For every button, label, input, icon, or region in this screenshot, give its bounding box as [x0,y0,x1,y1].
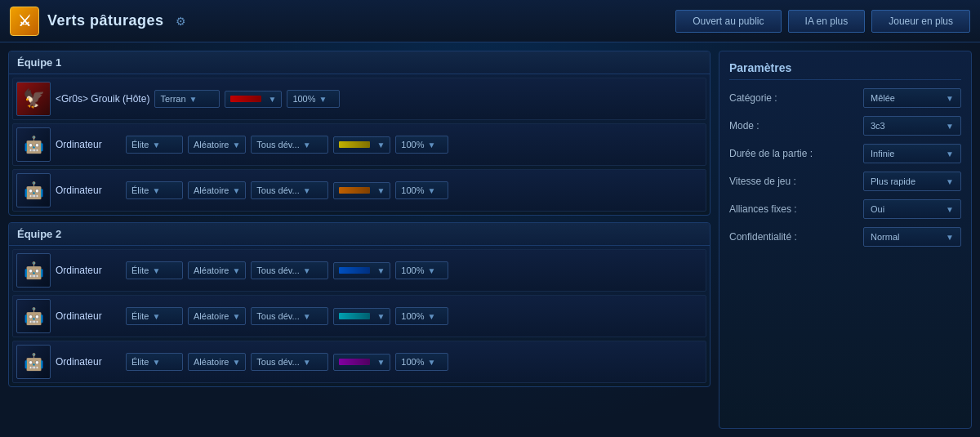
diff-dropdown-4[interactable]: Élite ▼ [126,307,183,325]
dev-dropdown-2[interactable]: Tous dév... ▼ [251,181,328,199]
team2-label: Équipe 2 [17,228,61,240]
table-row: Ordinateur Élite ▼ Aléatoire ▼ Tous dév.… [12,123,706,166]
color-dropdown-3[interactable]: ▼ [333,262,390,279]
player-name: Ordinateur [56,356,121,368]
param-row-mode: Mode : 3c3 ▼ [729,116,961,136]
team1-players: <Gr0s> Grouik (Hôte) Terran ▼ ▼ 100% ▼ [9,74,710,215]
color-bar-red [230,96,261,102]
param-dropdown-duree[interactable]: Infinie ▼ [863,144,961,163]
param-dropdown-categorie[interactable]: Mêlée ▼ [863,88,961,108]
param-row-categorie: Catégorie : Mêlée ▼ [729,88,961,108]
param-label-alliances: Alliances fixes : [729,203,863,215]
left-panel: Équipe 1 <Gr0s> Grouik (Hôte) Terran ▼ ▼ [8,51,710,429]
team2-header: Équipe 2 [9,223,710,246]
pct-dropdown-1[interactable]: 100% ▼ [395,136,448,154]
params-panel: Paramètres Catégorie : Mêlée ▼ Mode : 3c… [719,51,972,429]
param-dropdown-alliances[interactable]: Oui ▼ [863,199,961,219]
open-public-button[interactable]: Ouvert au public [675,10,781,33]
diff-dropdown-3[interactable]: Élite ▼ [126,261,183,279]
top-buttons: Ouvert au public IA en plus Joueur en pl… [675,10,970,33]
team2-section: Équipe 2 Ordinateur Élite ▼ Aléatoire ▼ [8,222,710,387]
race-dropdown-host[interactable]: Terran ▼ [154,90,220,108]
map-title: Verts pâturages [47,12,164,29]
table-row: Ordinateur Élite ▼ Aléatoire ▼ Tous dév.… [12,295,706,337]
diff-dropdown-1[interactable]: Élite ▼ [126,136,183,154]
param-row-duree: Durée de la partie : Infinie ▼ [729,144,961,163]
param-dropdown-mode[interactable]: 3c3 ▼ [863,116,961,136]
pct-dropdown-2[interactable]: 100% ▼ [395,181,448,199]
table-row: <Gr0s> Grouik (Hôte) Terran ▼ ▼ 100% ▼ [12,78,706,120]
param-label-mode: Mode : [729,120,863,132]
subrace-dropdown-1[interactable]: Aléatoire ▼ [188,136,246,154]
param-dropdown-vitesse[interactable]: Plus rapide ▼ [863,172,961,191]
color-bar-orange [339,187,370,194]
dev-dropdown-4[interactable]: Tous dév... ▼ [251,307,328,325]
player-name: Ordinateur [56,310,121,322]
settings-icon[interactable]: ⚙ [176,15,186,28]
param-label-categorie: Catégorie : [729,92,863,104]
subrace-dropdown-4[interactable]: Aléatoire ▼ [188,307,246,325]
color-dropdown-2[interactable]: ▼ [333,182,390,199]
dev-dropdown-5[interactable]: Tous dév... ▼ [251,353,328,371]
subrace-dropdown-3[interactable]: Aléatoire ▼ [188,261,246,279]
avatar [16,173,51,207]
diff-dropdown-2[interactable]: Élite ▼ [126,181,183,199]
subrace-dropdown-5[interactable]: Aléatoire ▼ [188,353,246,371]
team2-players: Ordinateur Élite ▼ Aléatoire ▼ Tous dév.… [9,246,710,386]
player-name: <Gr0s> Grouik (Hôte) [56,93,149,105]
avatar [16,127,51,162]
table-row: Ordinateur Élite ▼ Aléatoire ▼ Tous dév.… [12,341,706,383]
diff-dropdown-5[interactable]: Élite ▼ [126,353,183,371]
team1-section: Équipe 1 <Gr0s> Grouik (Hôte) Terran ▼ ▼ [8,51,710,216]
app-logo: ⚔ [10,7,39,36]
table-row: Ordinateur Élite ▼ Aléatoire ▼ Tous dév.… [12,249,706,292]
logo-area: ⚔ Verts pâturages ⚙ [10,7,675,36]
team1-header: Équipe 1 [9,51,710,74]
color-dropdown-5[interactable]: ▼ [333,354,390,371]
color-dropdown-host[interactable]: ▼ [225,91,282,108]
table-row: Ordinateur Élite ▼ Aléatoire ▼ Tous dév.… [12,169,706,212]
avatar [16,82,51,116]
param-row-alliances: Alliances fixes : Oui ▼ [729,199,961,219]
top-bar: ⚔ Verts pâturages ⚙ Ouvert au public IA … [0,0,980,42]
color-bar-yellow [339,141,370,148]
color-dropdown-4[interactable]: ▼ [333,308,390,325]
add-player-button[interactable]: Joueur en plus [871,10,970,33]
player-name: Ordinateur [56,265,121,276]
color-bar-teal [339,313,370,319]
param-label-confidentialite: Confidentialité : [729,231,863,243]
param-label-vitesse: Vitesse de jeu : [729,176,863,187]
color-bar-purple [339,359,370,365]
avatar [16,253,51,288]
param-row-confidentialite: Confidentialité : Normal ▼ [729,227,961,247]
team1-label: Équipe 1 [17,56,61,69]
param-dropdown-confidentialite[interactable]: Normal ▼ [863,227,961,247]
subrace-dropdown-2[interactable]: Aléatoire ▼ [188,181,246,199]
player-name: Ordinateur [56,139,121,150]
avatar [16,345,51,379]
avatar [16,299,51,333]
param-row-vitesse: Vitesse de jeu : Plus rapide ▼ [729,172,961,191]
dev-dropdown-1[interactable]: Tous dév... ▼ [251,136,328,154]
color-dropdown-1[interactable]: ▼ [333,136,390,154]
pct-dropdown-5[interactable]: 100% ▼ [395,353,448,371]
main-content: Équipe 1 <Gr0s> Grouik (Hôte) Terran ▼ ▼ [0,42,980,437]
color-bar-blue [339,267,370,274]
pct-dropdown-3[interactable]: 100% ▼ [395,261,448,279]
pct-dropdown-host[interactable]: 100% ▼ [287,90,340,108]
params-title: Paramètres [729,61,961,80]
pct-dropdown-4[interactable]: 100% ▼ [395,307,448,325]
player-name: Ordinateur [56,185,121,196]
add-ai-button[interactable]: IA en plus [788,10,866,33]
param-label-duree: Durée de la partie : [729,148,863,159]
dev-dropdown-3[interactable]: Tous dév... ▼ [251,261,328,279]
